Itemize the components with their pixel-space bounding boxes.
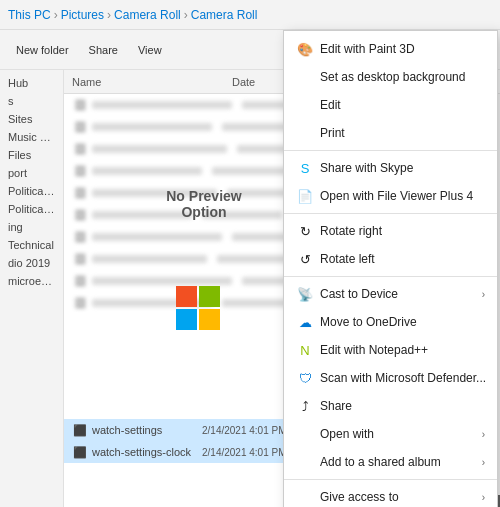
file-name-2: watch-settings-clock bbox=[92, 446, 202, 458]
file-icon-7: 🖼 bbox=[72, 229, 88, 245]
file-icon-10: 🖼 bbox=[72, 295, 88, 311]
col-header-name[interactable]: Name bbox=[72, 76, 232, 88]
sidebar-item-s[interactable]: s bbox=[0, 92, 63, 110]
menu-label-cast: Cast to Device bbox=[320, 287, 482, 301]
svg-rect-2 bbox=[176, 309, 197, 330]
shared-album-icon bbox=[296, 453, 314, 471]
share-icon: ⤴ bbox=[296, 397, 314, 415]
paint3d-icon: 🎨 bbox=[296, 40, 314, 58]
breadcrumb-part-4[interactable]: Camera Roll bbox=[191, 8, 258, 22]
sidebar-item-ing[interactable]: ing bbox=[0, 218, 63, 236]
svg-rect-0 bbox=[176, 286, 197, 307]
menu-separator-2 bbox=[284, 213, 497, 214]
file-icon-4: 🖼 bbox=[72, 163, 88, 179]
edit-icon bbox=[296, 96, 314, 114]
menu-label-share: Share bbox=[320, 399, 485, 413]
file-icon-3: 🖼 bbox=[72, 141, 88, 157]
menu-item-edit-paint3d[interactable]: 🎨 Edit with Paint 3D bbox=[284, 35, 497, 63]
menu-label-defender: Scan with Microsoft Defender... bbox=[320, 371, 486, 385]
toolbar-share[interactable]: Share bbox=[81, 40, 126, 60]
arrow-icon-open-with: › bbox=[482, 429, 485, 440]
menu-item-print[interactable]: Print bbox=[284, 119, 497, 147]
menu-item-notepad[interactable]: N Edit with Notepad++ bbox=[284, 336, 497, 364]
rotate-right-icon: ↻ bbox=[296, 222, 314, 240]
arrow-icon-give-access: › bbox=[482, 492, 485, 503]
menu-label-open-with: Open with bbox=[320, 427, 482, 441]
menu-label-shared-album: Add to a shared album bbox=[320, 455, 482, 469]
menu-separator-4 bbox=[284, 479, 497, 480]
menu-label-desktop-bg: Set as desktop background bbox=[320, 70, 485, 84]
menu-item-desktop-bg[interactable]: Set as desktop background bbox=[284, 63, 497, 91]
menu-item-open-with[interactable]: Open with › bbox=[284, 420, 497, 448]
file-icon-5: 🖼 bbox=[72, 185, 88, 201]
file-icon: 🖼 bbox=[72, 97, 88, 113]
sidebar-item-micro[interactable]: microeconom... bbox=[0, 272, 63, 290]
menu-item-edit[interactable]: Edit bbox=[284, 91, 497, 119]
print-icon bbox=[296, 124, 314, 142]
notepad-icon: N bbox=[296, 341, 314, 359]
skype-icon: S bbox=[296, 159, 314, 177]
rotate-left-icon: ↺ bbox=[296, 250, 314, 268]
file-icon-6: 🖼 bbox=[72, 207, 88, 223]
menu-item-give-access[interactable]: Give access to › bbox=[284, 483, 497, 507]
onedrive-icon: ☁ bbox=[296, 313, 314, 331]
menu-item-rotate-right[interactable]: ↻ Rotate right bbox=[284, 217, 497, 245]
menu-label-print: Print bbox=[320, 126, 485, 140]
arrow-icon-cast: › bbox=[482, 289, 485, 300]
file-name-1: watch-settings bbox=[92, 424, 202, 436]
sidebar-item-studio[interactable]: dio 2019 bbox=[0, 254, 63, 272]
menu-label-onedrive: Move to OneDrive bbox=[320, 315, 485, 329]
menu-label-fileviewer: Open with File Viewer Plus 4 bbox=[320, 189, 485, 203]
toolbar-new-folder[interactable]: New folder bbox=[8, 40, 77, 60]
toolbar-view[interactable]: View bbox=[130, 40, 170, 60]
menu-item-share-skype[interactable]: S Share with Skype bbox=[284, 154, 497, 182]
file-icon-8: 🖼 bbox=[72, 251, 88, 267]
menu-item-share[interactable]: ⤴ Share bbox=[284, 392, 497, 420]
open-with-icon bbox=[296, 425, 314, 443]
defender-icon: 🛡 bbox=[296, 369, 314, 387]
menu-item-shared-album[interactable]: Add to a shared album › bbox=[284, 448, 497, 476]
menu-item-onedrive[interactable]: ☁ Move to OneDrive bbox=[284, 308, 497, 336]
give-access-icon bbox=[296, 488, 314, 506]
jpg-icon-1: ⬛ bbox=[72, 422, 88, 438]
breadcrumb-part-3[interactable]: Camera Roll bbox=[114, 8, 181, 22]
menu-separator-3 bbox=[284, 276, 497, 277]
menu-separator-1 bbox=[284, 150, 497, 151]
cast-icon: 📡 bbox=[296, 285, 314, 303]
menu-item-cast[interactable]: 📡 Cast to Device › bbox=[284, 280, 497, 308]
context-menu: 🎨 Edit with Paint 3D Set as desktop back… bbox=[283, 30, 498, 507]
menu-item-fileviewer[interactable]: 📄 Open with File Viewer Plus 4 bbox=[284, 182, 497, 210]
file-icon-9: 🖼 bbox=[72, 273, 88, 289]
fileviewer-icon: 📄 bbox=[296, 187, 314, 205]
breadcrumb-part-2[interactable]: Pictures bbox=[61, 8, 104, 22]
menu-item-rotate-left[interactable]: ↺ Rotate left bbox=[284, 245, 497, 273]
windows-logo-icon bbox=[174, 284, 222, 332]
svg-rect-1 bbox=[199, 286, 220, 307]
sidebar-item-hub[interactable]: Hub bbox=[0, 74, 63, 92]
menu-label-rotate-right: Rotate right bbox=[320, 224, 485, 238]
menu-label-edit: Edit bbox=[320, 98, 485, 112]
no-preview-label: No Preview Option bbox=[144, 174, 264, 234]
sidebar-item-polsci1[interactable]: Political Scien... bbox=[0, 182, 63, 200]
jpg-icon-2: ⬛ bbox=[72, 444, 88, 460]
menu-label-rotate-left: Rotate left bbox=[320, 252, 485, 266]
sidebar-item-polsci2[interactable]: Political Scien... bbox=[0, 200, 63, 218]
sidebar-item-port[interactable]: port bbox=[0, 164, 63, 182]
menu-item-defender[interactable]: 🛡 Scan with Microsoft Defender... bbox=[284, 364, 497, 392]
arrow-icon-shared-album: › bbox=[482, 457, 485, 468]
sidebar-item-sites[interactable]: Sites bbox=[0, 110, 63, 128]
sidebar-item-technical[interactable]: Technical bbox=[0, 236, 63, 254]
menu-label-share-skype: Share with Skype bbox=[320, 161, 485, 175]
menu-label-notepad: Edit with Notepad++ bbox=[320, 343, 485, 357]
breadcrumb-part-1[interactable]: This PC bbox=[8, 8, 51, 22]
sidebar: Hub s Sites Music Folder Files port Poli… bbox=[0, 70, 64, 507]
menu-label-edit-paint3d: Edit with Paint 3D bbox=[320, 42, 485, 56]
menu-label-give-access: Give access to bbox=[320, 490, 482, 504]
file-icon-2: 🖼 bbox=[72, 119, 88, 135]
desktop-bg-icon bbox=[296, 68, 314, 86]
sidebar-item-files[interactable]: Files bbox=[0, 146, 63, 164]
breadcrumb: This PC › Pictures › Camera Roll › Camer… bbox=[0, 0, 500, 30]
svg-rect-3 bbox=[199, 309, 220, 330]
sidebar-item-music[interactable]: Music Folder bbox=[0, 128, 63, 146]
